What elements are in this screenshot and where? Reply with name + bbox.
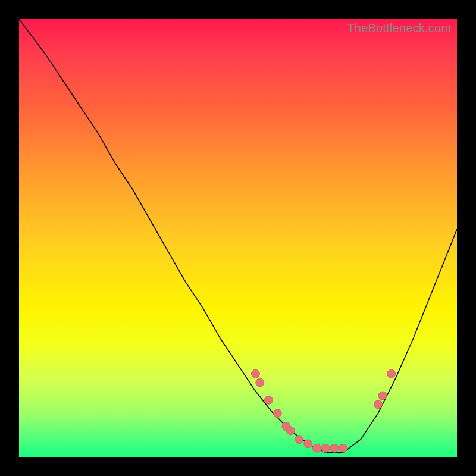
data-point: [339, 444, 347, 452]
data-point: [256, 378, 264, 387]
data-point: [265, 396, 273, 404]
data-point: [387, 369, 396, 378]
chart-frame: TheBottleneck.com: [0, 0, 476, 476]
chart-svg: [19, 19, 457, 457]
data-points-group: [251, 369, 395, 452]
data-point: [295, 436, 303, 444]
plot-area: TheBottleneck.com: [19, 19, 457, 457]
data-point: [286, 427, 295, 435]
data-point: [378, 392, 387, 400]
data-point: [330, 444, 339, 452]
data-point: [321, 444, 330, 452]
data-point: [304, 440, 312, 448]
data-point: [273, 409, 281, 417]
data-point: [251, 369, 259, 378]
data-point: [374, 400, 383, 409]
bottleneck-curve: [19, 19, 457, 453]
data-point: [313, 444, 321, 452]
